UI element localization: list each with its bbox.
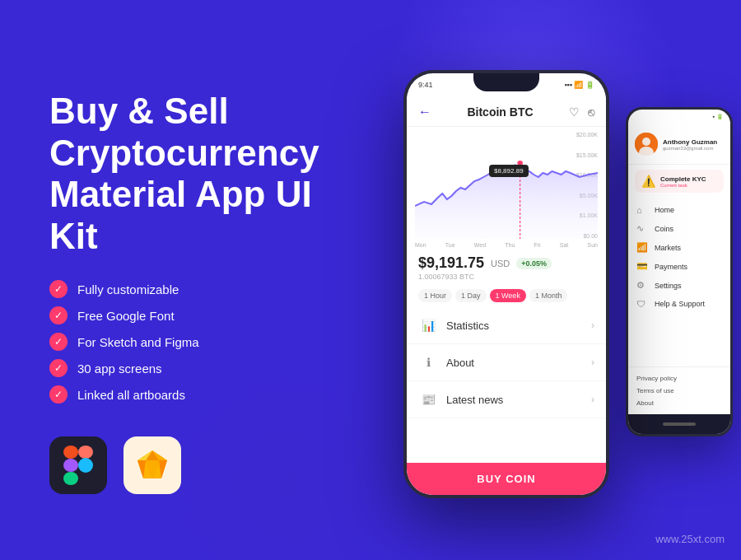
price-change-badge: +0.05% (516, 258, 552, 269)
status-time: 9:41 (418, 81, 433, 89)
chart-tooltip: $8,892.89 (489, 165, 529, 177)
features-list: ✓ Fully customizable ✓ Free Google Font … (49, 280, 362, 404)
feature-item-2: ✓ Free Google Font (49, 306, 362, 324)
side-profile: Anthony Guzman guzman33@gmail.com (628, 124, 730, 165)
menu-item-statistics[interactable]: 📊 Statistics › (407, 307, 606, 344)
menu-item-latestnews[interactable]: 📰 Latest news › (407, 381, 606, 418)
header-action-icons: ♡ ⎋ (569, 105, 594, 119)
phone-notch (473, 73, 539, 91)
check-icon-1: ✓ (49, 280, 68, 298)
help-icon: 🛡 (636, 299, 648, 309)
statistics-label: Statistics (446, 320, 489, 332)
side-nav-home[interactable]: ⌂ Home (628, 201, 730, 219)
side-nav-help[interactable]: 🛡 Help & Support (628, 295, 730, 313)
side-nav-payments[interactable]: 💳 Payments (628, 257, 730, 276)
privacy-policy-link[interactable]: Privacy policy (636, 372, 722, 385)
kyc-text: Complete KYC Current task (660, 175, 717, 188)
profile-info: Anthony Guzman guzman33@gmail.com (663, 138, 724, 151)
time-btn-1month[interactable]: 1 Month (529, 289, 568, 302)
time-btn-1hour[interactable]: 1 Hour (418, 289, 452, 302)
menu-items: 📊 Statistics › ℹ About › 📰 Latest news › (407, 307, 606, 463)
payments-icon: 💳 (636, 261, 648, 272)
phone-content: ← Bitcoin BTC ♡ ⎋ $20.00K $15.00K $10.00… (407, 96, 606, 495)
back-arrow-icon[interactable]: ← (418, 105, 431, 119)
markets-label: Markets (655, 244, 681, 252)
settings-label: Settings (655, 282, 682, 290)
time-btn-1week[interactable]: 1 Week (490, 289, 526, 302)
heart-icon[interactable]: ♡ (569, 105, 580, 119)
home-icon: ⌂ (636, 205, 648, 215)
side-content: Anthony Guzman guzman33@gmail.com ⚠️ Com… (628, 124, 730, 434)
markets-icon: 📶 (636, 242, 648, 253)
statistics-icon: 📊 (418, 315, 438, 335)
coins-icon: ∿ (636, 223, 648, 234)
svg-point-15 (642, 138, 650, 146)
about-link[interactable]: About (636, 397, 722, 409)
phone-main: 9:41 ▪▪▪ 📶 🔋 ← Bitcoin BTC ♡ ⎋ $20.00K $… (403, 70, 609, 498)
phone-bottom-nav: ⊡ (407, 495, 606, 498)
chart-x-labels: Mon Tue Wed Thu Fri Sat Sun (415, 239, 598, 248)
coin-title: Bitcoin BTC (467, 105, 533, 119)
about-icon: ℹ (418, 352, 438, 372)
main-title: Buy & SellCryptocurrencyMaterial App UI … (49, 91, 362, 257)
side-status-bar: ▪ 🔋 (628, 110, 730, 124)
svg-rect-1 (78, 446, 93, 459)
kyc-subtitle: Current task (660, 183, 717, 188)
kyc-banner[interactable]: ⚠️ Complete KYC Current task (635, 170, 724, 193)
svg-rect-0 (63, 446, 78, 459)
feature-item-5: ✓ Linked all artboards (49, 385, 362, 404)
side-footer: Privacy policy Terms of use About (628, 366, 730, 414)
check-icon-4: ✓ (49, 359, 68, 377)
app-icons (49, 436, 362, 494)
sketch-icon-box (124, 436, 181, 494)
check-icon-2: ✓ (49, 306, 68, 324)
status-icons: ▪▪▪ 📶 🔋 (564, 81, 594, 89)
statistics-chevron-icon: › (591, 320, 594, 331)
profile-name: Anthony Guzman (663, 138, 724, 146)
chart-container: $20.00K $15.00K $10.00K $5.00K $1.00K $0… (415, 132, 598, 239)
left-section: Buy & SellCryptocurrencyMaterial App UI … (49, 91, 362, 494)
phone-side: ▪ 🔋 Anthony Guzman guzman33@gmail.com ⚠️… (626, 107, 733, 436)
menu-item-latestnews-left: 📰 Latest news (418, 390, 503, 409)
feature-item-3: ✓ For Sketch and Figma (49, 333, 362, 351)
figma-icon-box (49, 436, 107, 494)
home-label: Home (655, 206, 674, 214)
chart-area: $20.00K $15.00K $10.00K $5.00K $1.00K $0… (407, 127, 606, 248)
time-buttons: 1 Hour 1 Day 1 Week 1 Month (407, 284, 606, 307)
price-row: $9,191.75 USD +0.05% (418, 254, 594, 272)
payments-label: Payments (655, 263, 687, 271)
help-label: Help & Support (655, 300, 705, 308)
buy-coin-button[interactable]: BUY COIN (407, 463, 606, 495)
settings-icon: ⚙ (636, 280, 648, 291)
price-section: $9,191.75 USD +0.05% 1.00067933 BTC (407, 248, 606, 284)
sketch-logo-svg (134, 447, 170, 483)
watermark: www.25xt.com (655, 533, 725, 545)
side-nav: ⌂ Home ∿ Coins 📶 Markets 💳 Payments ⚙ Se… (628, 198, 730, 366)
latestnews-chevron-icon: › (591, 394, 594, 405)
menu-item-about-left: ℹ About (418, 352, 474, 372)
side-nav-markets[interactable]: 📶 Markets (628, 238, 730, 257)
time-btn-1day[interactable]: 1 Day (455, 289, 487, 302)
menu-item-about[interactable]: ℹ About › (407, 344, 606, 381)
share-icon[interactable]: ⎋ (588, 105, 594, 119)
price-value: $9,191.75 (418, 254, 484, 272)
price-currency: USD (491, 259, 510, 268)
side-nav-settings[interactable]: ⚙ Settings (628, 276, 730, 295)
coins-label: Coins (655, 225, 673, 233)
chart-svg (415, 132, 598, 239)
latestnews-label: Latest news (446, 394, 503, 406)
price-btc: 1.00067933 BTC (418, 273, 594, 281)
latestnews-icon: 📰 (418, 390, 438, 409)
app-header: ← Bitcoin BTC ♡ ⎋ (407, 96, 606, 127)
menu-item-statistics-left: 📊 Statistics (418, 315, 489, 335)
terms-link[interactable]: Terms of use (636, 385, 722, 397)
feature-item-4: ✓ 30 app screens (49, 359, 362, 377)
check-icon-5: ✓ (49, 385, 68, 404)
check-icon-3: ✓ (49, 333, 68, 351)
profile-avatar (635, 133, 658, 156)
side-nav-coins[interactable]: ∿ Coins (628, 219, 730, 238)
figma-logo-svg (63, 446, 93, 485)
kyc-title: Complete KYC (660, 175, 717, 183)
about-label: About (446, 357, 474, 369)
kyc-alert-icon: ⚠️ (641, 175, 655, 188)
